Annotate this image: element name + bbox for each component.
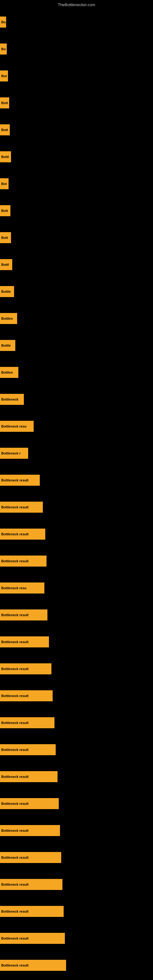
bar-label: Bottleneck resu [1, 586, 27, 590]
bar-item: Bottl [0, 259, 12, 270]
bar-item: Bottleneck result [0, 744, 56, 755]
bar-row: Bottleneck result [0, 547, 153, 574]
bar-row: Bottleneck result [0, 628, 153, 655]
bar-label: Bottleneck result [1, 748, 29, 751]
bar-label: Bottle [1, 344, 11, 347]
bar-label: Bottleneck result [1, 964, 29, 967]
bar-row: Bott [0, 89, 153, 116]
bar-item: Bottleneck result [0, 852, 61, 863]
bar-item: Bot [0, 178, 9, 189]
bar-label: Bottleneck result [1, 613, 29, 617]
bar-label: Bo [1, 20, 6, 24]
bar-row: Bottleneck result [0, 898, 153, 925]
bar-item: Bottleneck result [0, 825, 60, 836]
bar-row: Bottleneck result [0, 494, 153, 520]
bar-item: Bottleneck result [0, 933, 65, 944]
bar-label: Bottleneck result [1, 559, 29, 563]
bar-row: Bo [0, 35, 153, 62]
bars-container: BoBoBotBottBottBottlBotBottBottBottlBott… [0, 9, 153, 980]
bar-label: Bottleneck r [1, 452, 21, 455]
bar-row: Bott [0, 116, 153, 143]
bar-label: Bottleneck result [1, 478, 29, 482]
bar-row: Bottleneck result [0, 871, 153, 898]
bar-label: Bottleneck result [1, 802, 29, 805]
bar-row: Bottleneck result [0, 682, 153, 709]
bar-item: Bottle [0, 286, 14, 297]
bar-row: Bot [0, 62, 153, 89]
bar-label: Bottl [1, 263, 9, 266]
bar-row: Bottleneck resu [0, 574, 153, 601]
bar-label: Bottleneck resu [1, 425, 27, 428]
bar-row: Bott [0, 224, 153, 251]
bar-item: Bottleneck result [0, 502, 43, 513]
bar-row: Bottleneck result [0, 817, 153, 844]
bar-row: Bottleneck result [0, 736, 153, 763]
bar-label: Bottleneck result [1, 694, 29, 698]
bar-label: Bott [1, 101, 8, 105]
bar-item: Bottlen [0, 367, 18, 378]
bar-item: Bottlen [0, 313, 17, 324]
bar-item: Bott [0, 97, 9, 108]
bar-label: Bottlen [1, 371, 13, 374]
bar-item: Bott [0, 124, 10, 135]
bar-row: Bottl [0, 143, 153, 170]
bar-row: Bottleneck result [0, 709, 153, 736]
bar-item: Bottleneck result [0, 690, 53, 701]
bar-item: Bottleneck resu [0, 582, 45, 593]
bar-row: Bottleneck result [0, 601, 153, 628]
bar-label: Bot [1, 74, 7, 78]
bar-item: Bo [0, 43, 7, 54]
bar-row: Bottleneck result [0, 763, 153, 790]
bar-item: Bott [0, 205, 10, 216]
bar-item: Bottleneck result [0, 555, 46, 566]
bar-label: Bottlen [1, 317, 13, 320]
bar-item: Bottleneck result [0, 879, 62, 890]
bar-label: Bottleneck result [1, 505, 29, 509]
bar-item: Bottleneck result [0, 528, 45, 539]
bar-row: Bottleneck result [0, 979, 153, 980]
bar-row: Bottleneck result [0, 467, 153, 494]
bar-label: Bottleneck result [1, 829, 29, 832]
bar-item: Bottleneck result [0, 609, 48, 620]
bar-row: Bottleneck [0, 386, 153, 413]
bar-row: Bottleneck resu [0, 413, 153, 440]
bar-label: Bott [1, 128, 8, 132]
bar-label: Bottle [1, 290, 11, 293]
bar-item: Bottleneck result [0, 717, 54, 728]
bar-item: Bottleneck result [0, 636, 49, 648]
bar-label: Bottleneck result [1, 775, 29, 778]
bar-row: Bottle [0, 278, 153, 305]
bar-row: Bo [0, 9, 153, 35]
bar-label: Bottleneck result [1, 640, 29, 644]
bar-item: Bottl [0, 151, 11, 162]
bar-label: Bottleneck result [1, 937, 29, 940]
bar-row: Bottlen [0, 305, 153, 332]
bar-item: Bott [0, 232, 11, 243]
bar-item: Bo [0, 16, 6, 27]
bar-item: Bottleneck result [0, 798, 59, 809]
bar-row: Bott [0, 197, 153, 224]
bar-row: Bottleneck result [0, 952, 153, 979]
bar-label: Bottleneck result [1, 667, 29, 671]
bar-row: Bottleneck r [0, 440, 153, 467]
bar-item: Bottleneck result [0, 475, 40, 486]
bar-label: Bo [1, 47, 6, 51]
bar-row: Bottleneck result [0, 844, 153, 871]
site-title: TheBottlenecker.com [0, 1, 153, 8]
bar-label: Bottleneck result [1, 856, 29, 859]
bar-row: Bot [0, 170, 153, 197]
bar-label: Bottleneck result [1, 721, 29, 725]
bar-label: Bott [1, 209, 8, 213]
bar-item: Bottleneck result [0, 771, 57, 782]
bar-item: Bot [0, 70, 8, 81]
bar-item: Bottleneck result [0, 663, 51, 675]
bar-item: Bottleneck result [0, 960, 66, 971]
bar-label: Bott [1, 236, 8, 240]
bar-item: Bottleneck r [0, 448, 28, 459]
bar-row: Bottlen [0, 359, 153, 386]
bar-row: Bottle [0, 332, 153, 359]
bar-label: Bottleneck [1, 398, 18, 401]
bar-row: Bottleneck result [0, 925, 153, 952]
bar-label: Bottleneck result [1, 910, 29, 913]
bar-label: Bottl [1, 155, 9, 159]
